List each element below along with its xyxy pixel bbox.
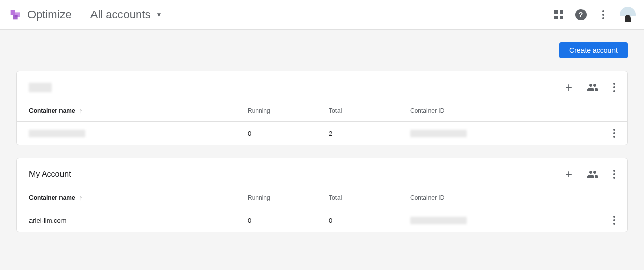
account-more-vert-icon[interactable]: [613, 83, 615, 92]
containers-table: Container name ↑ Running Total Container…: [17, 187, 627, 232]
table-header-row: Container name ↑ Running Total Container…: [17, 187, 627, 208]
app-header: Optimize All accounts ▼ ?: [0, 0, 644, 30]
table-row[interactable]: ariel-lim.com 0 0 ████████████: [17, 208, 627, 232]
col-header-container-id[interactable]: Container ID: [410, 194, 603, 201]
row-more-vert-icon[interactable]: [613, 129, 615, 138]
col-header-container-name[interactable]: Container name ↑: [29, 194, 248, 202]
container-id-cell: ████████████: [410, 130, 467, 137]
logo-area: Optimize: [8, 8, 72, 22]
total-cell: 2: [329, 130, 410, 137]
account-actions: +: [565, 80, 615, 95]
col-header-container-id[interactable]: Container ID: [410, 107, 603, 114]
avatar[interactable]: [620, 7, 636, 23]
chevron-down-icon: ▼: [156, 11, 162, 18]
header-divider: [81, 8, 81, 22]
containers-table: Container name ↑ Running Total Container…: [17, 100, 627, 145]
total-cell: 0: [329, 217, 410, 224]
table-row[interactable]: ████████████ 0 2 ████████████: [17, 122, 627, 145]
col-header-running[interactable]: Running: [248, 194, 329, 201]
account-header: My Account +: [17, 158, 627, 187]
header-right: ?: [553, 7, 636, 23]
sort-ascending-icon: ↑: [79, 107, 83, 115]
action-bar: Create account: [16, 42, 628, 58]
col-header-total[interactable]: Total: [329, 194, 410, 201]
help-icon[interactable]: ?: [575, 9, 587, 21]
account-selector-dropdown[interactable]: All accounts ▼: [90, 8, 162, 21]
running-cell: 0: [248, 217, 329, 224]
account-selector-label: All accounts: [90, 8, 151, 21]
more-vert-icon[interactable]: [597, 9, 609, 21]
account-more-vert-icon[interactable]: [613, 170, 615, 179]
container-id-cell: ████████████: [410, 217, 467, 224]
account-card: My Account + Container name ↑ Running To…: [16, 158, 628, 232]
account-name: My Account: [29, 170, 71, 179]
optimize-logo-icon: [8, 8, 22, 22]
add-container-icon[interactable]: +: [565, 80, 572, 95]
add-container-icon[interactable]: +: [565, 167, 572, 182]
col-header-total[interactable]: Total: [329, 107, 410, 114]
main-content: Create account ████ + Container name ↑: [0, 30, 644, 257]
account-card: ████ + Container name ↑ Running Total Co…: [16, 71, 628, 145]
account-actions: +: [565, 167, 615, 182]
col-header-container-name[interactable]: Container name ↑: [29, 107, 248, 115]
running-cell: 0: [248, 130, 329, 137]
apps-grid-icon[interactable]: [553, 9, 565, 21]
container-name-cell: ariel-lim.com: [29, 217, 248, 224]
account-name: ████: [29, 83, 52, 92]
sort-ascending-icon: ↑: [79, 194, 83, 202]
create-account-button[interactable]: Create account: [559, 42, 628, 58]
row-more-vert-icon[interactable]: [613, 216, 615, 225]
account-header: ████ +: [17, 71, 627, 100]
container-name-cell: ████████████: [29, 130, 85, 137]
product-name: Optimize: [27, 8, 72, 21]
people-icon[interactable]: [587, 168, 599, 181]
col-header-running[interactable]: Running: [248, 107, 329, 114]
people-icon[interactable]: [587, 81, 599, 94]
table-header-row: Container name ↑ Running Total Container…: [17, 100, 627, 122]
